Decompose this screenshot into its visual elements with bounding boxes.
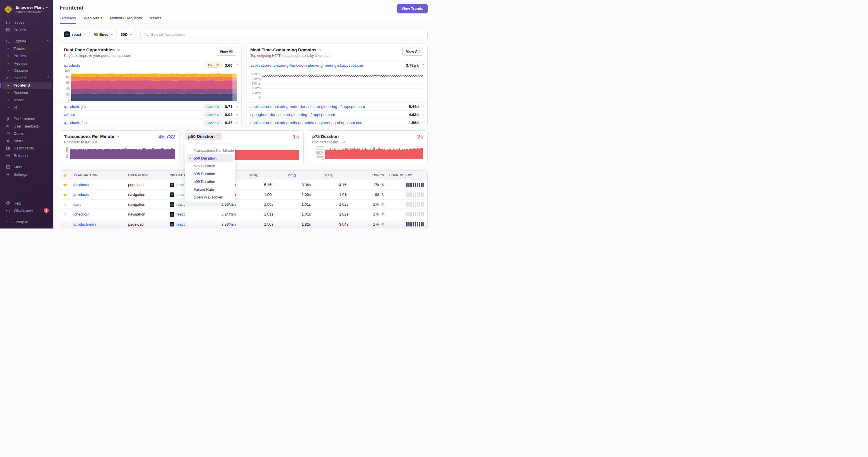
best-pages-title[interactable]: Best Page Opportunities <box>64 47 237 52</box>
sidebar-footer-item[interactable]: What's new 4 <box>2 207 52 215</box>
expand-row-control[interactable]: Good 95 0.71 <box>204 104 237 109</box>
project-link[interactable]: react <box>176 183 185 187</box>
project-link[interactable]: react <box>176 192 185 197</box>
domain-link[interactable]: application-monitoring-node-dot-sales-en… <box>250 104 365 109</box>
best-pages-view-all-button[interactable]: View All <box>216 47 237 56</box>
col-p95[interactable]: P95() <box>318 173 355 177</box>
star-filled-icon[interactable] <box>60 192 70 197</box>
page-content: react All Envs 30D <box>53 24 434 228</box>
col-users[interactable]: USERS <box>355 173 387 177</box>
sidebar-item[interactable]: Traces <box>2 45 52 53</box>
col-p75[interactable]: P75() <box>280 173 318 177</box>
menu-item[interactable]: p95 Duration <box>185 170 235 178</box>
sidebar-item[interactable]: Insights <box>2 74 52 82</box>
page-link[interactable]: /products <box>64 63 80 67</box>
sidebar-item[interactable]: AI <box>2 104 52 111</box>
filter-row: react All Envs 30D <box>60 30 428 39</box>
tpm-metric-select[interactable]: Transactions Per Minute <box>64 134 118 139</box>
p75-cell: 1.01s <box>280 212 318 217</box>
sidebar-item[interactable]: Performance <box>2 115 52 123</box>
date-range-filter[interactable]: 30D <box>116 30 135 39</box>
page-link[interactable]: /about <box>64 112 75 117</box>
table-body: /products pageload react /min 5.15s 8.06… <box>60 180 427 228</box>
transaction-link[interactable]: /checkout <box>73 212 89 217</box>
sidebar-item[interactable]: Projects <box>2 26 52 34</box>
time-spent-value: 3.78wk <box>406 63 419 67</box>
domain-link[interactable]: springboot-dot-sales-engineering-sf.apps… <box>250 112 335 117</box>
domain-link[interactable]: application-monitoring-rails-dot-sales-e… <box>250 121 364 125</box>
expand-row-control[interactable]: Good 99 0.04 <box>204 112 237 118</box>
bullet-icon <box>7 70 9 71</box>
transaction-link[interactable]: /products <box>73 192 89 197</box>
transaction-link[interactable]: /products-join <box>73 222 96 227</box>
menu-item[interactable]: p99 Duration <box>185 178 235 186</box>
collapse-row-control[interactable]: 3.78wk <box>406 63 423 67</box>
sidebar-item[interactable]: Frontend <box>2 81 52 89</box>
sidebar-footer-item[interactable]: Collapse <box>2 219 52 226</box>
org-switcher[interactable]: Empower Plant dominik.buszowiec… <box>0 3 53 16</box>
tab[interactable]: Assets <box>150 16 162 24</box>
col-transaction[interactable]: TRANSACTION <box>70 173 125 177</box>
date-range-filter-label: 30D <box>121 32 128 37</box>
svg-text:900ms: 900ms <box>252 82 260 85</box>
search-input[interactable] <box>151 32 424 37</box>
menu-item[interactable]: p75 Duration <box>185 162 235 170</box>
sidebar-item[interactable]: Stats <box>2 163 52 171</box>
menu-item[interactable]: Transactions Per Minute <box>185 146 235 154</box>
sidebar-item[interactable]: Replays <box>2 60 52 67</box>
sidebar-item[interactable]: Explore <box>2 37 52 45</box>
expand-row-control[interactable]: 4.63d <box>409 112 423 117</box>
domains-title[interactable]: Most Time-Consuming Domains <box>250 47 424 52</box>
page-row-expanded: /products Meh 79 3.66 <box>60 61 241 69</box>
project-link[interactable]: react <box>176 202 185 206</box>
environment-filter[interactable]: All Envs <box>89 30 116 39</box>
sidebar-item[interactable]: User Feedback <box>2 123 52 130</box>
search-transactions-box[interactable] <box>141 30 428 39</box>
star-outline-icon[interactable] <box>60 222 70 227</box>
p50-metric-select[interactable]: p50 Duration <box>185 132 222 140</box>
project-filter[interactable]: react <box>60 30 89 39</box>
tab[interactable]: Overview <box>60 16 76 24</box>
star-outline-icon[interactable] <box>60 202 70 206</box>
project-link[interactable]: react <box>176 222 185 227</box>
sidebar-item[interactable]: Discover <box>2 67 52 74</box>
page-link[interactable]: /products-fes <box>64 121 87 125</box>
sidebar-item[interactable]: Backend <box>2 89 52 97</box>
view-trends-button[interactable]: View Trends <box>397 4 428 13</box>
sidebar-item[interactable]: Releases <box>2 152 52 160</box>
tab[interactable]: Web Vitals <box>84 16 102 24</box>
transaction-link[interactable]: /products <box>73 183 89 187</box>
col-p50[interactable]: P50() <box>243 173 280 177</box>
transaction-link[interactable]: /cart <box>73 202 81 206</box>
sidebar-item[interactable]: Mobile <box>2 96 52 104</box>
menu-item[interactable]: ✓ p50 Duration <box>187 154 234 162</box>
sidebar-item[interactable]: Settings <box>2 171 52 178</box>
expand-row-control[interactable]: 1.56d <box>409 121 423 125</box>
menu-item[interactable]: Open in Discover <box>185 193 235 201</box>
domains-view-all-button[interactable]: View All <box>402 47 423 56</box>
p75-metric-select[interactable]: p75 Duration <box>312 134 343 139</box>
collapse-row-control[interactable]: Meh 79 3.66 <box>205 63 237 68</box>
tab[interactable]: Network Requests <box>110 16 142 24</box>
page-link[interactable]: /products-join <box>64 104 87 109</box>
star-column-header-icon[interactable] <box>60 173 70 177</box>
tpm-cell: 3.88/min <box>206 222 243 227</box>
project-link[interactable]: react <box>176 212 185 217</box>
users-cell: 17k <box>355 212 387 217</box>
expand-row-control[interactable]: Good 95 0.47 <box>204 120 237 126</box>
sidebar-item[interactable]: Crons <box>2 130 52 137</box>
domain-link[interactable]: application-monitoring-flask-dot-sales-e… <box>250 63 365 67</box>
star-filled-icon[interactable] <box>60 183 70 187</box>
sidebar-footer-item[interactable]: Help <box>2 200 52 207</box>
sidebar-item[interactable]: Dashboards <box>2 144 52 152</box>
sidebar-item[interactable]: Profiles <box>2 52 52 60</box>
react-icon <box>170 183 174 187</box>
col-operation[interactable]: OPERATION <box>125 173 167 177</box>
sidebar-item[interactable]: Alerts <box>2 137 52 145</box>
sidebar-item[interactable]: Issues <box>2 19 52 26</box>
col-user-misery[interactable]: USER MISERY <box>387 173 427 177</box>
expand-row-control[interactable]: 5.44d <box>409 104 423 109</box>
menu-item[interactable]: Failure Rate <box>185 186 235 193</box>
star-outline-icon[interactable] <box>60 212 70 217</box>
react-icon <box>64 31 70 37</box>
